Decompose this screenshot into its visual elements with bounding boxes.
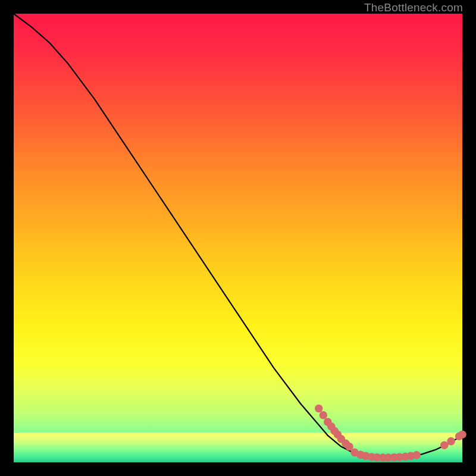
data-point	[440, 441, 449, 450]
data-point	[447, 437, 455, 446]
data-points-group	[315, 405, 466, 462]
watermark-text: TheBottleneck.com	[364, 1, 463, 14]
chart-stage: TheBottleneck.com	[0, 0, 476, 476]
data-point	[320, 411, 328, 419]
data-point	[412, 451, 421, 459]
data-point	[458, 431, 466, 439]
chart-overlay	[14, 14, 462, 462]
bottleneck-curve	[14, 14, 462, 458]
data-point	[315, 405, 323, 413]
